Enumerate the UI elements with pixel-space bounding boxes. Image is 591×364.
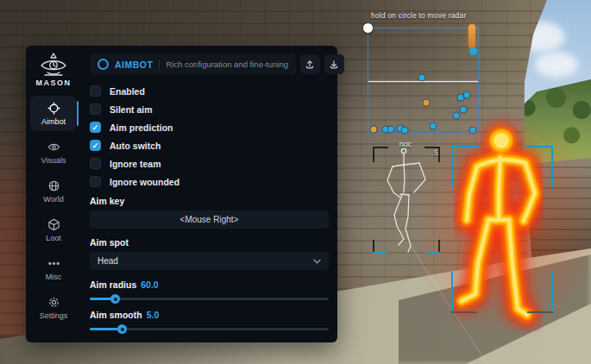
radar-dot-self: [371, 127, 377, 133]
checkbox-row-silent-aim[interactable]: Silent aim: [90, 100, 329, 118]
sidebar-item-label: Aimbot: [41, 117, 66, 126]
checkbox-list: Enabled Silent aim Aim prediction Auto s…: [90, 82, 329, 191]
checkbox[interactable]: [90, 85, 101, 97]
orange-marker: [468, 24, 475, 48]
sidebar-item-misc[interactable]: Misc: [26, 249, 81, 288]
aim-key-button[interactable]: <Mouse Right>: [90, 210, 329, 229]
checkbox-row-auto-switch[interactable]: Auto switch: [90, 136, 329, 154]
section-subtitle: Rich configuration and fine-tuning: [166, 60, 288, 69]
sidebar-item-visuals[interactable]: Visuals: [26, 133, 81, 172]
bracket-corner: [451, 311, 477, 313]
checkbox[interactable]: [90, 176, 101, 187]
bracket-corner: [373, 252, 387, 254]
sidebar-item-label: Misc: [46, 273, 62, 281]
aim-radius-slider-group: Aim radius 60.0: [90, 279, 329, 300]
aim-smooth-slider[interactable]: [90, 328, 329, 330]
checkbox[interactable]: [90, 122, 101, 133]
bracket-corner: [527, 311, 553, 313]
sidebar-item-loot[interactable]: Loot: [26, 210, 81, 249]
radar-dot-cyan: [388, 127, 394, 133]
bracket-corner: [551, 146, 553, 187]
aim-spot-label: Aim spot: [90, 237, 329, 248]
sidebar-item-label: Visuals: [41, 156, 66, 165]
radar-edge-dot: [469, 47, 477, 55]
aim-radius-label: Aim radius: [90, 279, 136, 290]
checkbox-label: Aim prediction: [110, 122, 173, 133]
sidebar-item-world[interactable]: World: [26, 172, 81, 210]
checkbox-label: Ignore wounded: [110, 177, 179, 187]
divider: [159, 60, 160, 70]
checkbox[interactable]: [90, 140, 101, 151]
aim-spot-value: Head: [97, 256, 118, 266]
cube-icon: [47, 218, 60, 231]
crosshair-icon: [47, 102, 60, 115]
slider-thumb[interactable]: [117, 324, 127, 334]
chevron-down-icon: [313, 259, 321, 264]
checkbox[interactable]: [90, 158, 101, 169]
sidebar: MASON Aimbot Visua: [26, 46, 81, 342]
mason-logo-icon: [38, 53, 69, 77]
active-accent-bar: [77, 101, 79, 126]
radar-hint: hold on circle to move radar: [371, 11, 467, 20]
aimbot-ring-icon: [97, 59, 109, 70]
globe-icon: [47, 179, 60, 192]
upload-config-button[interactable]: [300, 54, 320, 74]
checkbox-row-ignore-wounded[interactable]: Ignore wounded: [90, 173, 329, 191]
radar-dot-cyan: [464, 92, 470, 98]
aim-smooth-value: 5.0: [147, 310, 160, 320]
checkbox[interactable]: [90, 104, 101, 115]
bracket-corner: [525, 146, 553, 147]
aim-smooth-label: Aim smooth: [90, 310, 142, 320]
brand-name: MASON: [36, 78, 72, 87]
checkbox-label: Silent aim: [110, 104, 153, 115]
checkbox-row-ignore-team[interactable]: Ignore team: [90, 154, 329, 173]
game-screen: hold on circle to move radar noc 5: [0, 0, 591, 364]
download-config-button[interactable]: [324, 54, 344, 74]
download-icon: [329, 60, 339, 70]
upload-icon: [305, 60, 315, 70]
bracket-corner: [451, 146, 480, 147]
bracket-corner: [551, 272, 553, 313]
radar-dot-orange: [424, 100, 430, 106]
player-esp-box: [451, 146, 553, 313]
sidebar-nav: Aimbot Visuals World: [26, 94, 81, 327]
bracket-corner: [451, 146, 453, 187]
aim-spot-select[interactable]: Head: [90, 252, 329, 270]
slider-thumb[interactable]: [110, 294, 120, 304]
sidebar-item-aimbot[interactable]: Aimbot: [26, 94, 81, 133]
checkbox-label: Ignore team: [110, 159, 161, 169]
radar-drag-handle[interactable]: [363, 23, 373, 33]
eye-icon: [47, 141, 60, 154]
dots-icon: [47, 257, 60, 270]
checkbox-row-enabled[interactable]: Enabled: [90, 82, 329, 100]
checkbox-row-aim-prediction[interactable]: Aim prediction: [90, 118, 329, 136]
aim-smooth-slider-group: Aim smooth 5.0: [90, 310, 329, 330]
radar-dot-cyan: [419, 75, 425, 81]
section-title: AIMBOT: [115, 60, 153, 70]
aim-radius-value: 60.0: [141, 279, 158, 290]
aim-radius-slider[interactable]: [90, 298, 329, 300]
sidebar-item-label: World: [43, 195, 63, 204]
radar-dot-cyan: [402, 128, 408, 134]
sidebar-item-settings[interactable]: Settings: [26, 288, 81, 327]
aim-key-label: Aim key: [90, 196, 329, 206]
cheat-menu-panel: MASON Aimbot Visua: [26, 46, 337, 342]
menu-content: AIMBOT Rich configuration and fine-tunin…: [81, 46, 337, 342]
bracket-corner: [373, 147, 388, 162]
checkbox-label: Enabled: [110, 86, 145, 97]
radar-dot-cyan: [458, 95, 464, 101]
bracket-corner: [451, 272, 453, 313]
sidebar-item-label: Loot: [46, 234, 61, 242]
gear-icon: [47, 296, 60, 309]
section-header: AIMBOT Rich configuration and fine-tunin…: [90, 53, 296, 75]
sidebar-item-label: Settings: [40, 311, 68, 320]
checkbox-label: Auto switch: [110, 141, 161, 151]
